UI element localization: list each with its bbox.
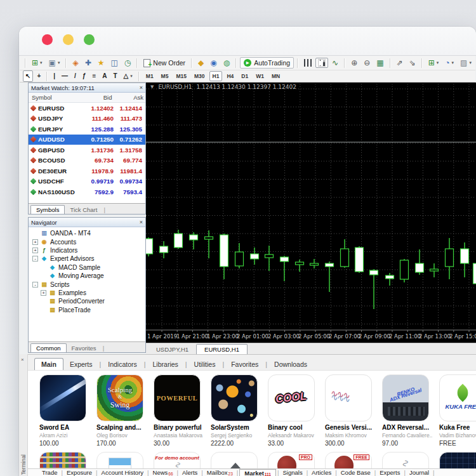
market-tab-main[interactable]: Main xyxy=(34,358,63,370)
market-watch-row[interactable]: USDCHF0.997190.99734 xyxy=(29,176,145,187)
bar-chart-mode-button[interactable] xyxy=(301,58,314,68)
tree-item-accounts[interactable]: +◉Accounts xyxy=(29,237,145,246)
market-tab-utilities[interactable]: Utilities xyxy=(188,359,222,370)
text-tool-button[interactable]: A xyxy=(100,70,109,82)
market-tab-favorites[interactable]: Favorites xyxy=(225,359,265,370)
product-card[interactable]: KUKA FREEKuka FreeVadim BizhanovFREE xyxy=(436,371,476,452)
tree-item-placetrade[interactable]: ▤PlaceTrade xyxy=(29,306,145,314)
navigator-toggle-button[interactable]: ★ xyxy=(95,57,107,69)
terminal-tab-account-history[interactable]: Account History xyxy=(99,469,147,476)
templates-button[interactable]: ▨▾ xyxy=(458,57,474,69)
close-icon[interactable]: × xyxy=(140,84,143,91)
product-card[interactable]: For demo account xyxy=(150,452,204,470)
timeframe-h4-button[interactable]: H4 xyxy=(223,71,237,81)
market-watch-toggle-button[interactable]: ◈ xyxy=(70,57,81,69)
price-chart[interactable]: 1 Apr 20191 Apr 21:001 Apr 23:002 Apr 01… xyxy=(146,83,476,343)
market-watch-row[interactable]: GBPUSD1.317361.31758 xyxy=(29,145,145,155)
connection-button[interactable]: ◍ xyxy=(221,57,232,69)
timeframe-w1-button[interactable]: W1 xyxy=(253,71,267,81)
market-tab-indicators[interactable]: Indicators xyxy=(102,359,143,370)
timeframe-m30-button[interactable]: M30 xyxy=(191,71,208,81)
indicators-list-button[interactable]: ⇗ xyxy=(394,57,406,69)
chart-tab-usdjpy-h1[interactable]: USDJPY,H1 xyxy=(149,345,196,354)
product-title[interactable]: Kuka Free xyxy=(436,424,476,431)
product-title[interactable]: Sword EA xyxy=(36,424,89,431)
tree-item-scripts[interactable]: -▤Scripts xyxy=(29,280,145,288)
autotrading-button[interactable]: ▶AutoTrading xyxy=(240,57,294,69)
shapes-tool-button[interactable]: △▾ xyxy=(121,70,135,82)
add-indicator-button[interactable]: ⊞▾ xyxy=(426,57,442,69)
tab-symbols[interactable]: Symbols xyxy=(30,205,65,214)
product-card[interactable]: Sword EAAkram Azizi100.00 xyxy=(36,371,89,452)
market-tab-downloads[interactable]: Downloads xyxy=(268,359,314,370)
terminal-tab-code-base[interactable]: Code Base xyxy=(338,469,373,476)
line-chart-mode-button[interactable]: ∿ xyxy=(329,57,341,69)
tree-item-periodconverter[interactable]: ▤PeriodConverter xyxy=(29,297,145,305)
tree-expander-icon[interactable]: - xyxy=(32,256,38,261)
vertical-line-tool-button[interactable]: | xyxy=(51,70,58,82)
timeframe-m15-button[interactable]: M15 xyxy=(173,71,190,81)
column-ask[interactable]: Ask xyxy=(116,94,146,101)
timeframe-h1-button[interactable]: H1 xyxy=(209,71,223,81)
product-card[interactable] xyxy=(208,452,261,470)
product-card[interactable]: FREE xyxy=(322,452,375,470)
cursor-tool-button[interactable]: ↖ xyxy=(23,70,33,82)
tree-item-examples[interactable]: +▤Examples xyxy=(29,289,145,297)
chart-dropdown-icon[interactable]: ▼ xyxy=(150,84,154,89)
chart-profiles-button[interactable]: ▣▾ xyxy=(46,57,63,69)
product-title[interactable]: ADX Reversal... xyxy=(379,424,432,431)
timeframe-m1-button[interactable]: M1 xyxy=(143,71,157,81)
tree-item-macd-sample[interactable]: ◆MACD Sample xyxy=(29,263,145,272)
tree-item-moving-average[interactable]: ◆Moving Average xyxy=(29,272,145,280)
trendline-tool-button[interactable]: / xyxy=(72,70,79,82)
data-window-toggle-button[interactable]: ✚ xyxy=(83,57,94,69)
close-window-button[interactable] xyxy=(42,34,53,45)
product-title[interactable]: Binary powerful xyxy=(150,424,204,431)
minimize-window-button[interactable] xyxy=(63,34,74,45)
product-card[interactable]: ADX ReversalRENKOADX Reversal...Fernando… xyxy=(379,371,432,452)
product-card[interactable]: POWERFULBinary powerfulAnastasia Makarov… xyxy=(150,371,204,452)
indicator-windows-button[interactable]: ⇘ xyxy=(407,57,418,69)
tile-windows-button[interactable]: ▦ xyxy=(374,57,386,69)
zoom-in-button[interactable]: ⊕ xyxy=(348,57,360,69)
terminal-tab-news[interactable]: News66 xyxy=(150,469,176,476)
terminal-tab-signals[interactable]: Signals xyxy=(280,469,305,476)
product-title[interactable]: SolarSystem xyxy=(208,424,261,431)
market-watch-row[interactable]: BCOUSD69.73469.774 xyxy=(29,155,145,166)
timeframe-mn-button[interactable]: MN xyxy=(268,71,283,81)
tree-expander-icon[interactable]: + xyxy=(41,290,46,296)
fibonacci-tool-button[interactable]: ƒ xyxy=(80,70,89,82)
market-watch-row[interactable]: EURUSD1.124021.12414 xyxy=(29,103,145,114)
product-card[interactable]: PRO xyxy=(265,452,318,470)
terminal-tab-exposure[interactable]: Exposure xyxy=(64,469,95,476)
tree-expander-icon[interactable]: - xyxy=(32,282,38,288)
market-watch-row[interactable]: EURJPY125.288125.305 xyxy=(29,124,145,135)
candlestick-mode-button[interactable] xyxy=(315,58,328,68)
chart-tab-eurusd-h1[interactable]: EURUSD,H1 xyxy=(196,344,248,354)
terminal-tab-trade[interactable]: Trade xyxy=(39,469,60,476)
market-watch-row[interactable]: USDJPY111.460111.473 xyxy=(29,114,145,124)
horizontal-line-tool-button[interactable]: — xyxy=(59,70,70,82)
product-author[interactable]: Anastasia Makarova xyxy=(150,432,204,439)
tree-item-expert-advisors[interactable]: -◆Expert Advisors xyxy=(29,255,145,263)
product-card[interactable]: Scalping&SwingScalping and...Oleg Boriso… xyxy=(93,371,147,452)
tree-item-oanda-mt4[interactable]: ▥OANDA - MT4 xyxy=(29,229,145,237)
product-author[interactable]: Sergej Sergienko xyxy=(208,432,261,439)
zoom-window-button[interactable] xyxy=(84,34,95,45)
product-card[interactable] xyxy=(93,452,147,470)
crosshair-tool-button[interactable]: + xyxy=(34,70,43,82)
market-watch-row[interactable]: DE30EUR11978.911981.4 xyxy=(29,166,145,176)
column-bid[interactable]: Bid xyxy=(78,94,112,101)
product-author[interactable]: Vadim Bizhanov xyxy=(436,432,476,439)
product-author[interactable]: Akram Azizi xyxy=(36,432,89,439)
product-author[interactable]: Oleg Borisov xyxy=(93,432,147,439)
terminal-tab-journal[interactable]: Journal xyxy=(407,469,432,476)
channels-tool-button[interactable]: ≡ xyxy=(89,70,98,82)
periods-button[interactable]: ◔▾ xyxy=(442,57,456,69)
product-title[interactable]: Scalping and... xyxy=(93,424,147,431)
column-symbol[interactable]: Symbol xyxy=(29,94,78,101)
market-tab-libraries[interactable]: Libraries xyxy=(147,359,185,370)
product-card[interactable] xyxy=(436,452,476,470)
strategy-tester-button[interactable]: ◷ xyxy=(122,57,133,69)
product-author[interactable]: Maksim Khromov xyxy=(322,432,375,439)
